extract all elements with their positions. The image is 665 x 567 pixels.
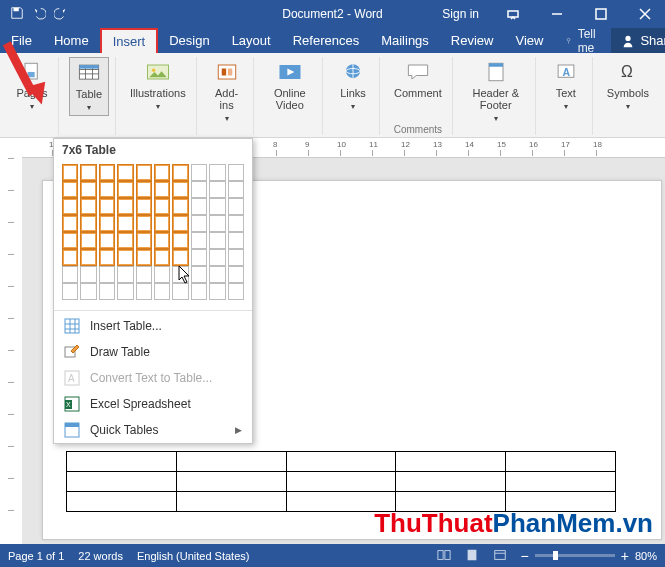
grid-cell[interactable] bbox=[191, 198, 207, 215]
grid-cell[interactable] bbox=[136, 198, 152, 215]
comment-button[interactable]: Comment bbox=[390, 57, 446, 102]
tab-view[interactable]: View bbox=[504, 28, 554, 53]
save-icon[interactable] bbox=[10, 6, 24, 23]
grid-cell[interactable] bbox=[136, 232, 152, 249]
grid-cell[interactable] bbox=[62, 215, 78, 232]
grid-cell[interactable] bbox=[172, 164, 188, 181]
grid-cell[interactable] bbox=[117, 249, 133, 266]
tab-home[interactable]: Home bbox=[43, 28, 100, 53]
header-footer-button[interactable]: Header & Footer▾ bbox=[463, 57, 529, 126]
grid-cell[interactable] bbox=[80, 181, 96, 198]
grid-cell[interactable] bbox=[99, 215, 115, 232]
grid-cell[interactable] bbox=[136, 283, 152, 300]
grid-cell[interactable] bbox=[154, 283, 170, 300]
print-layout-icon[interactable] bbox=[465, 548, 479, 564]
tab-file[interactable]: File bbox=[0, 28, 43, 53]
table-grid-selector[interactable] bbox=[54, 161, 252, 308]
grid-cell[interactable] bbox=[228, 215, 244, 232]
page-count[interactable]: Page 1 of 1 bbox=[8, 550, 64, 562]
grid-cell[interactable] bbox=[191, 164, 207, 181]
grid-cell[interactable] bbox=[80, 249, 96, 266]
signin-link[interactable]: Sign in bbox=[442, 7, 479, 21]
text-button[interactable]: AText▾ bbox=[546, 57, 586, 114]
grid-cell[interactable] bbox=[136, 181, 152, 198]
grid-cell[interactable] bbox=[99, 181, 115, 198]
draw-table-menuitem[interactable]: Draw Table bbox=[54, 339, 252, 365]
grid-cell[interactable] bbox=[191, 232, 207, 249]
grid-cell[interactable] bbox=[191, 181, 207, 198]
excel-spreadsheet-menuitem[interactable]: X Excel Spreadsheet bbox=[54, 391, 252, 417]
tab-design[interactable]: Design bbox=[158, 28, 220, 53]
grid-cell[interactable] bbox=[191, 215, 207, 232]
grid-cell[interactable] bbox=[191, 283, 207, 300]
grid-cell[interactable] bbox=[62, 232, 78, 249]
grid-cell[interactable] bbox=[117, 215, 133, 232]
quick-tables-menuitem[interactable]: Quick Tables ▶ bbox=[54, 417, 252, 443]
tab-insert[interactable]: Insert bbox=[100, 28, 159, 53]
grid-cell[interactable] bbox=[172, 198, 188, 215]
grid-cell[interactable] bbox=[191, 266, 207, 283]
tab-review[interactable]: Review bbox=[440, 28, 505, 53]
tellme[interactable]: Tell me bbox=[554, 28, 611, 53]
grid-cell[interactable] bbox=[99, 164, 115, 181]
grid-cell[interactable] bbox=[209, 198, 225, 215]
grid-cell[interactable] bbox=[209, 283, 225, 300]
grid-cell[interactable] bbox=[62, 283, 78, 300]
tab-mailings[interactable]: Mailings bbox=[370, 28, 440, 53]
grid-cell[interactable] bbox=[228, 249, 244, 266]
document-table[interactable] bbox=[66, 451, 616, 512]
grid-cell[interactable] bbox=[172, 181, 188, 198]
grid-cell[interactable] bbox=[228, 232, 244, 249]
grid-cell[interactable] bbox=[80, 232, 96, 249]
grid-cell[interactable] bbox=[99, 249, 115, 266]
close-icon[interactable] bbox=[625, 0, 665, 28]
grid-cell[interactable] bbox=[117, 232, 133, 249]
grid-cell[interactable] bbox=[172, 249, 188, 266]
grid-cell[interactable] bbox=[80, 283, 96, 300]
grid-cell[interactable] bbox=[117, 266, 133, 283]
read-mode-icon[interactable] bbox=[437, 548, 451, 564]
links-button[interactable]: Links▾ bbox=[333, 57, 373, 114]
undo-icon[interactable] bbox=[32, 6, 46, 23]
grid-cell[interactable] bbox=[154, 215, 170, 232]
grid-cell[interactable] bbox=[172, 283, 188, 300]
grid-cell[interactable] bbox=[117, 164, 133, 181]
grid-cell[interactable] bbox=[154, 266, 170, 283]
grid-cell[interactable] bbox=[154, 198, 170, 215]
grid-cell[interactable] bbox=[99, 232, 115, 249]
language[interactable]: English (United States) bbox=[137, 550, 250, 562]
grid-cell[interactable] bbox=[99, 283, 115, 300]
grid-cell[interactable] bbox=[99, 266, 115, 283]
grid-cell[interactable] bbox=[154, 232, 170, 249]
zoom-level[interactable]: 80% bbox=[635, 550, 657, 562]
web-layout-icon[interactable] bbox=[493, 548, 507, 564]
grid-cell[interactable] bbox=[228, 164, 244, 181]
grid-cell[interactable] bbox=[80, 164, 96, 181]
grid-cell[interactable] bbox=[62, 198, 78, 215]
grid-cell[interactable] bbox=[80, 215, 96, 232]
pages-button[interactable]: Pages▾ bbox=[12, 57, 52, 114]
illustrations-button[interactable]: Illustrations▾ bbox=[126, 57, 190, 114]
share-button[interactable]: Share bbox=[611, 28, 665, 53]
insert-table-menuitem[interactable]: Insert Table... bbox=[54, 313, 252, 339]
online-video-button[interactable]: Online Video bbox=[264, 57, 316, 114]
zoom-in-icon[interactable]: + bbox=[621, 548, 629, 564]
grid-cell[interactable] bbox=[172, 232, 188, 249]
grid-cell[interactable] bbox=[209, 181, 225, 198]
minimize-icon[interactable] bbox=[537, 0, 577, 28]
grid-cell[interactable] bbox=[209, 232, 225, 249]
grid-cell[interactable] bbox=[80, 198, 96, 215]
grid-cell[interactable] bbox=[228, 181, 244, 198]
word-count[interactable]: 22 words bbox=[78, 550, 123, 562]
grid-cell[interactable] bbox=[62, 181, 78, 198]
grid-cell[interactable] bbox=[228, 266, 244, 283]
addins-button[interactable]: Add-ins▾ bbox=[207, 57, 247, 126]
grid-cell[interactable] bbox=[117, 283, 133, 300]
grid-cell[interactable] bbox=[209, 266, 225, 283]
grid-cell[interactable] bbox=[172, 266, 188, 283]
tab-references[interactable]: References bbox=[282, 28, 370, 53]
grid-cell[interactable] bbox=[209, 215, 225, 232]
grid-cell[interactable] bbox=[191, 249, 207, 266]
grid-cell[interactable] bbox=[62, 266, 78, 283]
grid-cell[interactable] bbox=[228, 198, 244, 215]
